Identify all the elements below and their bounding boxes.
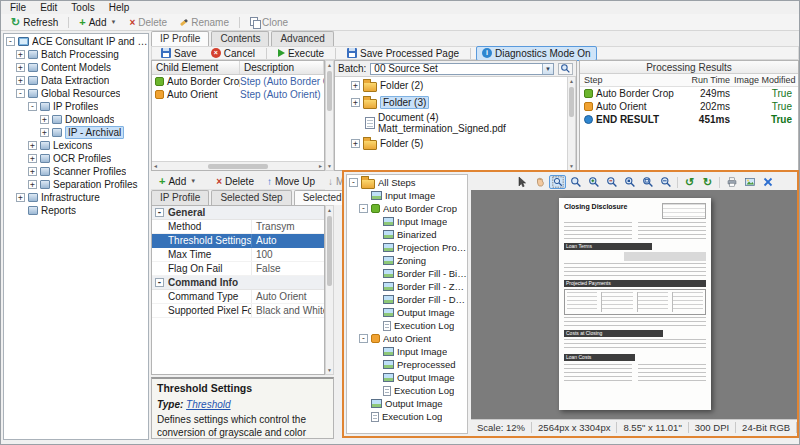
zoom-out-button[interactable] — [603, 175, 620, 189]
tree-item-downloads[interactable]: +Downloads — [4, 113, 148, 126]
batch-item-folder-3[interactable]: +Folder (3) — [335, 94, 576, 111]
property-value[interactable]: False — [252, 263, 324, 274]
scroll-right-icon[interactable]: ► — [318, 163, 323, 169]
expand-icon[interactable]: + — [351, 98, 360, 107]
delete-button[interactable]: × Delete — [123, 15, 173, 30]
diag-item-border-fill-dropout[interactable]: +Border Fill - Dropout Ma — [347, 293, 467, 306]
diag-item-input-image[interactable]: +Input Image — [347, 215, 467, 228]
property-row-command-type[interactable]: Command Type Auto Orient — [152, 290, 324, 304]
collapse-icon[interactable]: - — [359, 334, 368, 343]
tree-item-data-extraction[interactable]: +Data Extraction — [4, 74, 148, 87]
property-row-method[interactable]: Method Transym — [152, 220, 324, 234]
collapse-icon[interactable]: - — [155, 208, 164, 217]
column-child-element[interactable]: Child Element — [152, 61, 240, 74]
tree-item-content-models[interactable]: +Content Models — [4, 61, 148, 74]
expand-icon[interactable]: + — [28, 141, 37, 150]
result-row-end-result[interactable]: END RESULT 451ms True — [580, 113, 798, 126]
property-row-supported-pixel-formats[interactable]: Supported Pixel Formats Black and White,… — [152, 304, 324, 318]
diag-item-border-fill-zoning[interactable]: +Border Fill - Zoning — [347, 280, 467, 293]
expand-icon[interactable]: + — [28, 180, 37, 189]
collapse-icon[interactable]: - — [28, 102, 37, 111]
zoom-actual-size-button[interactable] — [621, 175, 638, 189]
close-viewer-button[interactable] — [759, 175, 776, 189]
horizontal-scrollbar[interactable]: ◄ ► — [152, 161, 324, 170]
result-row-auto-orient[interactable]: Auto Orient 202ms True — [580, 100, 798, 113]
diag-item-output-image[interactable]: +Output Image — [347, 371, 467, 384]
move-up-button[interactable]: ↑ Move Up — [261, 174, 321, 189]
execute-button[interactable]: Execute — [272, 46, 330, 61]
child-row-auto-border-crop[interactable]: Auto Border Crop Step (Auto Border Crop — [152, 75, 324, 88]
scroll-up-icon[interactable]: ▲ — [326, 61, 333, 69]
collapse-icon[interactable]: - — [16, 89, 25, 98]
property-row-threshold-settings[interactable]: Threshold Settings Auto — [152, 234, 324, 248]
diag-item-execution-log[interactable]: +Execution Log — [347, 410, 467, 423]
expand-icon[interactable]: + — [351, 81, 360, 90]
scroll-thumb[interactable] — [208, 164, 268, 169]
tree-item-scanner-profiles[interactable]: +Scanner Profiles — [4, 165, 148, 178]
column-step[interactable]: Step — [580, 75, 690, 85]
diag-item-all-steps[interactable]: -All Steps — [347, 176, 467, 189]
diag-item-execution-log[interactable]: +Execution Log — [347, 384, 467, 397]
menu-help[interactable]: Help — [102, 2, 137, 13]
expand-icon[interactable]: + — [28, 154, 37, 163]
batch-item-folder-2[interactable]: +Folder (2) — [335, 77, 576, 94]
tab-contents[interactable]: Contents — [211, 31, 269, 46]
menu-file[interactable]: File — [3, 2, 33, 13]
tab-advanced[interactable]: Advanced — [271, 31, 333, 46]
scroll-left-icon[interactable]: ◄ — [153, 163, 158, 169]
column-run-time[interactable]: Run Time — [690, 75, 734, 85]
tree-item-batch-processing[interactable]: +Batch Processing — [4, 48, 148, 61]
rotate-right-button[interactable]: ↻ — [699, 175, 716, 189]
vertical-scrollbar[interactable]: ▲ ▼ — [325, 205, 334, 375]
batch-view-button[interactable] — [558, 63, 573, 75]
pointer-tool-button[interactable] — [513, 175, 530, 189]
cancel-button[interactable]: × Cancel — [205, 46, 261, 61]
tree-item-global-resources[interactable]: -Global Resources — [4, 87, 148, 100]
expand-icon[interactable]: + — [351, 139, 360, 148]
diag-item-input-image[interactable]: +Input Image — [347, 345, 467, 358]
tab-ip-profile[interactable]: IP Profile — [151, 31, 209, 46]
scroll-thumb[interactable] — [327, 216, 332, 286]
batch-select[interactable]: 00 Source Set ▼ — [370, 63, 554, 75]
scroll-up-icon[interactable]: ▲ — [568, 77, 575, 85]
expand-icon[interactable]: + — [40, 128, 49, 137]
document-preview[interactable]: Closing Disclosure Loan Terms Projected … — [559, 198, 711, 410]
zoom-fit-button[interactable] — [639, 175, 656, 189]
scroll-thumb[interactable] — [569, 87, 574, 117]
diag-item-execution-log[interactable]: +Execution Log — [347, 319, 467, 332]
tree-item-ocr-profiles[interactable]: +OCR Profiles — [4, 152, 148, 165]
child-row-auto-orient[interactable]: Auto Orient Step (Auto Orient) — [152, 88, 324, 101]
scroll-down-icon[interactable]: ▼ — [568, 162, 575, 170]
rotate-left-button[interactable]: ↺ — [681, 175, 698, 189]
result-row-auto-border-crop[interactable]: Auto Border Crop 249ms True — [580, 87, 798, 100]
batch-item-document-4[interactable]: Document (4) Matt_termination_Signed.pdf — [335, 111, 576, 135]
scroll-down-icon[interactable]: ▼ — [326, 366, 333, 374]
zoom-tool-button[interactable] — [567, 175, 584, 189]
tab-ip-profile-props[interactable]: IP Profile — [151, 190, 209, 205]
help-type-link[interactable]: Threshold — [186, 399, 230, 410]
rename-button[interactable]: Rename — [174, 15, 235, 30]
property-group-general[interactable]: - General — [152, 206, 324, 220]
tree-item-lexicons[interactable]: +Lexicons — [4, 139, 148, 152]
property-row-flag-on-fail[interactable]: Flag On Fail False — [152, 262, 324, 276]
batch-item-folder-5[interactable]: +Folder (5) — [335, 135, 576, 152]
tree-item-ip-archival[interactable]: +IP - Archival — [4, 126, 148, 139]
expand-icon[interactable]: + — [28, 167, 37, 176]
diagnostics-mode-toggle[interactable]: i Diagnostics Mode On — [476, 46, 597, 61]
collapse-icon[interactable]: - — [359, 204, 368, 213]
diag-item-auto-border-crop[interactable]: -Auto Border Crop — [347, 202, 467, 215]
collapse-icon[interactable]: - — [6, 37, 15, 46]
property-group-command-info[interactable]: - Command Info — [152, 276, 324, 290]
tree-item-ip-profiles[interactable]: -IP Profiles — [4, 100, 148, 113]
scroll-down-icon[interactable]: ▼ — [326, 162, 333, 170]
expand-icon[interactable]: + — [16, 50, 25, 59]
scroll-up-icon[interactable]: ▲ — [326, 206, 333, 214]
expand-icon[interactable]: + — [40, 115, 49, 124]
property-value[interactable]: Transym — [252, 221, 324, 232]
zoom-select-tool-button[interactable] — [549, 175, 566, 189]
menu-tools[interactable]: Tools — [64, 2, 101, 13]
menu-edit[interactable]: Edit — [33, 2, 64, 13]
property-value[interactable]: 100 — [252, 249, 324, 260]
add-step-button[interactable]: + Add ▼ — [153, 174, 202, 189]
diag-item-zoning[interactable]: +Zoning — [347, 254, 467, 267]
